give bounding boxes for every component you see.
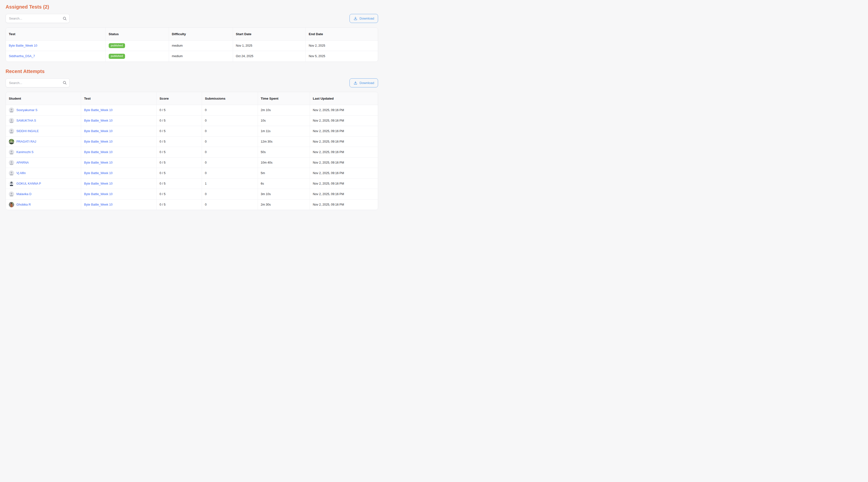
submissions-cell: 0 xyxy=(202,126,258,136)
student-link[interactable]: Kanimozhi S xyxy=(17,151,33,154)
table-row: Sooryakumar S Byte Battle_Week 10 0 / 5 … xyxy=(6,105,378,115)
test-link[interactable]: Byte Battle_Week 10 xyxy=(84,129,113,133)
test-link[interactable]: Byte Battle_Week 10 xyxy=(84,161,113,164)
test-cell: Byte Battle_Week 10 xyxy=(81,136,157,147)
test-link[interactable]: Byte Battle_Week 10 xyxy=(84,192,113,196)
time-spent-cell: 3m 10s xyxy=(258,189,310,199)
submissions-cell: 0 xyxy=(202,189,258,199)
avatar-placeholder xyxy=(9,191,14,197)
test-link[interactable]: Byte Battle_Week 10 xyxy=(84,151,113,154)
assigned-tests-section: Assigned Tests (2) xyxy=(6,4,378,62)
student-link[interactable]: Sooryakumar S xyxy=(17,108,37,112)
test-link[interactable]: Byte Battle_Week 10 xyxy=(84,182,113,185)
score-cell: 0 / 5 xyxy=(157,105,202,115)
avatar-photo xyxy=(9,139,14,144)
submissions-cell: 0 xyxy=(202,136,258,147)
table-row: GOKUL KANNA P Byte Battle_Week 10 0 / 5 … xyxy=(6,178,378,189)
avatar-photo xyxy=(9,181,14,186)
test-link[interactable]: Byte Battle_Week 10 xyxy=(84,140,113,143)
search-icon[interactable] xyxy=(63,81,67,85)
search-icon[interactable] xyxy=(63,17,67,21)
assigned-tests-table: TestStatusDifficultyStart DateEnd Date B… xyxy=(6,27,378,62)
table-row: SAMUKTHA S Byte Battle_Week 10 0 / 5 0 1… xyxy=(6,115,378,126)
avatar-placeholder xyxy=(9,128,14,134)
column-header: Difficulty xyxy=(169,28,233,40)
download-label: Download xyxy=(360,81,374,85)
student-cell: Ghobika R xyxy=(6,199,81,210)
student-link[interactable]: GOKUL KANNA P xyxy=(17,182,41,185)
score-cell: 0 / 5 xyxy=(157,136,202,147)
table-row: Ghobika R Byte Battle_Week 10 0 / 5 0 2m… xyxy=(6,199,378,210)
difficulty-cell: medium xyxy=(169,51,233,62)
recent-attempts-table: StudentTestScoreSubmissionsTime SpentLas… xyxy=(6,92,378,210)
student-cell: SIDDHI INGALE xyxy=(6,126,81,136)
score-cell: 0 / 5 xyxy=(157,168,202,178)
submissions-cell: 0 xyxy=(202,105,258,115)
avatar-placeholder xyxy=(9,170,14,176)
submissions-cell: 1 xyxy=(202,178,258,189)
score-cell: 0 / 5 xyxy=(157,189,202,199)
assigned-tests-toolbar: Download xyxy=(6,14,378,23)
table-row: APARNA Byte Battle_Week 10 0 / 5 0 10m 4… xyxy=(6,157,378,168)
table-header-row: TestStatusDifficultyStart DateEnd Date xyxy=(6,28,378,40)
student-cell: SAMUKTHA S xyxy=(6,115,81,126)
student-link[interactable]: Malavika D xyxy=(17,192,32,196)
status-badge: published xyxy=(109,54,125,59)
test-cell: Byte Battle_Week 10 xyxy=(6,40,105,51)
test-link[interactable]: Byte Battle_Week 10 xyxy=(84,119,113,122)
student-link[interactable]: PRAGATI RAJ xyxy=(17,140,36,143)
time-spent-cell: 12m 30s xyxy=(258,136,310,147)
student-link[interactable]: APARNA xyxy=(17,161,29,164)
time-spent-cell: 50s xyxy=(258,147,310,157)
recent-attempts-toolbar: Download xyxy=(6,78,378,88)
column-header: Submissions xyxy=(202,92,258,105)
submissions-cell: 0 xyxy=(202,147,258,157)
time-spent-cell: 2m 30s xyxy=(258,199,310,210)
student-link[interactable]: Vj Alfin xyxy=(17,171,26,175)
student-link[interactable]: SIDDHI INGALE xyxy=(17,129,39,133)
student-link[interactable]: Ghobika R xyxy=(17,203,31,206)
search-input[interactable] xyxy=(6,78,70,88)
test-cell: Byte Battle_Week 10 xyxy=(81,189,157,199)
last-updated-cell: Nov 2, 2025, 09:16 PM xyxy=(310,168,378,178)
test-link[interactable]: Byte Battle_Week 10 xyxy=(84,108,113,112)
student-cell: PRAGATI RAJ xyxy=(6,136,81,147)
test-link[interactable]: Siddhartha_DSA_7 xyxy=(9,55,35,58)
search-input[interactable] xyxy=(6,14,70,23)
last-updated-cell: Nov 2, 2025, 09:16 PM xyxy=(310,115,378,126)
student-cell: GOKUL KANNA P xyxy=(6,178,81,189)
student-cell: Vj Alfin xyxy=(6,168,81,178)
end-date-cell: Nov 2, 2025 xyxy=(306,40,378,51)
last-updated-cell: Nov 2, 2025, 09:16 PM xyxy=(310,199,378,210)
test-link[interactable]: Byte Battle_Week 10 xyxy=(84,203,113,206)
column-header: Time Spent xyxy=(258,92,310,105)
student-link[interactable]: SAMUKTHA S xyxy=(17,119,36,122)
test-cell: Siddhartha_DSA_7 xyxy=(6,51,105,62)
end-date-cell: Nov 5, 2025 xyxy=(306,51,378,62)
student-cell: Malavika D xyxy=(6,189,81,199)
avatar-placeholder xyxy=(9,118,14,123)
test-link[interactable]: Byte Battle_Week 10 xyxy=(9,44,37,47)
recent-attempts-search xyxy=(6,78,70,88)
table-row: Malavika D Byte Battle_Week 10 0 / 5 0 3… xyxy=(6,189,378,199)
test-link[interactable]: Byte Battle_Week 10 xyxy=(84,171,113,175)
submissions-cell: 0 xyxy=(202,168,258,178)
score-cell: 0 / 5 xyxy=(157,147,202,157)
last-updated-cell: Nov 2, 2025, 09:16 PM xyxy=(310,105,378,115)
column-header: Start Date xyxy=(233,28,306,40)
status-cell: published xyxy=(105,40,169,51)
score-cell: 0 / 5 xyxy=(157,178,202,189)
table-header-row: StudentTestScoreSubmissionsTime SpentLas… xyxy=(6,92,378,105)
status-cell: published xyxy=(105,51,169,62)
score-cell: 0 / 5 xyxy=(157,157,202,168)
download-button[interactable]: Download xyxy=(349,78,378,88)
table-row: Kanimozhi S Byte Battle_Week 10 0 / 5 0 … xyxy=(6,147,378,157)
download-icon xyxy=(353,81,358,85)
avatar-placeholder xyxy=(9,150,14,155)
time-spent-cell: 6s xyxy=(258,178,310,189)
test-cell: Byte Battle_Week 10 xyxy=(81,178,157,189)
submissions-cell: 0 xyxy=(202,115,258,126)
avatar-placeholder xyxy=(9,107,14,113)
time-spent-cell: 5m xyxy=(258,168,310,178)
download-button[interactable]: Download xyxy=(349,14,378,23)
